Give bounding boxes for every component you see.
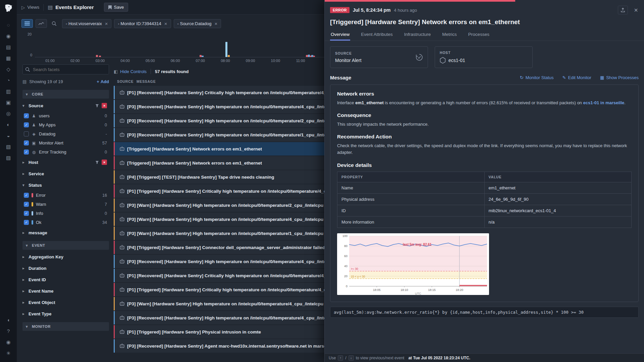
infrastructure-icon[interactable]: ◇	[3, 64, 14, 75]
facet-group-host[interactable]: ▸ Host ×	[22, 157, 109, 168]
facet-group-aggregation-key[interactable]: ▸Aggregation Key	[22, 251, 109, 262]
facet-group-service[interactable]: ▸ Service	[22, 168, 109, 179]
metrics-icon[interactable]: ▦	[3, 53, 14, 64]
facets-showing: Showing 19 of 19	[29, 79, 63, 84]
host-card[interactable]: HOST ecs1-01	[435, 46, 533, 68]
checkbox[interactable]: ✓	[24, 140, 29, 145]
checkbox[interactable]: ✓	[24, 220, 29, 225]
facet-item[interactable]: ✓Error16	[22, 191, 109, 200]
datadog-logo[interactable]	[3, 3, 14, 14]
settings-icon[interactable]: ✳	[3, 348, 14, 359]
facet-group-event-type[interactable]: ▸Event Type	[22, 308, 109, 319]
help-icon[interactable]: ?	[3, 325, 14, 337]
close-icon[interactable]: ×	[634, 7, 638, 13]
remove-filter-icon[interactable]: ×	[105, 21, 108, 26]
facet-group-message[interactable]: ▸ message	[22, 227, 109, 238]
facet-group-event-id[interactable]: ▸Event ID	[22, 274, 109, 285]
hardware-sentry-icon	[117, 174, 127, 180]
facet-item[interactable]: ✓▣Monitor Alert57	[22, 138, 109, 147]
monitor-status-button[interactable]: ↻Monitor Status	[520, 75, 554, 80]
monitor-metric-chart[interactable]: 020406080100>= 3015 < y < 3018:0518:1018…	[337, 233, 489, 295]
facet-item-count: 0	[105, 123, 109, 127]
events-icon[interactable]: ▤	[3, 42, 14, 53]
facet-item[interactable]: ◈Datadog-	[22, 129, 109, 138]
facet-group-event-name[interactable]: ▸Event Name	[22, 285, 109, 297]
checkbox[interactable]	[24, 131, 29, 136]
tab-overview[interactable]: Overview	[330, 29, 350, 41]
filter-pill[interactable]: - Monitor ID:73944314×	[114, 19, 171, 28]
facet-item[interactable]: ✓◍Error Tracking0	[22, 147, 109, 157]
section-event[interactable]: ▾ EVENT	[22, 241, 109, 250]
remove-filter-icon[interactable]: ×	[164, 21, 167, 26]
arrow-down-key[interactable]: ↓	[348, 355, 354, 361]
tab-metrics[interactable]: Metrics	[441, 29, 458, 41]
show-processes-button[interactable]: ▦Show Processes	[600, 75, 639, 80]
facet-item[interactable]: ✓Warn7	[22, 200, 109, 209]
facet-group-event-object[interactable]: ▸Event Object	[22, 297, 109, 308]
event-message: [Triggered] [Hardware Sentry] Network er…	[127, 161, 262, 166]
list-view-toggle[interactable]	[21, 19, 33, 28]
add-facet-button[interactable]: +Add	[97, 79, 109, 84]
search-icon	[25, 67, 30, 72]
clear-filter-icon[interactable]: ×	[102, 103, 107, 108]
filter-pill[interactable]: - Source:Datadog×	[174, 19, 221, 28]
filter-pill[interactable]: - Host:vioserveraix×	[62, 19, 111, 28]
tab-event-attributes[interactable]: Event Attributes	[360, 29, 393, 41]
status-facet-list: ✓Error16✓Warn7✓Info0✓Ok34	[22, 191, 109, 227]
source-facet-list: ✓♟users0✓♟My Apps0◈Datadog-✓▣Monitor Ale…	[22, 111, 109, 157]
facet-group-source[interactable]: ▾ Source ×	[22, 100, 109, 111]
logs-icon[interactable]: ▥	[3, 86, 14, 97]
synthetics-icon[interactable]: ◎	[3, 108, 14, 119]
checkbox[interactable]: ✓	[24, 202, 29, 207]
monitor-query[interactable]: avg(last_5m):avg:hw.network.error_ratio{…	[330, 307, 639, 318]
device-detail-row: More informationn/a	[337, 216, 632, 228]
remove-filter-icon[interactable]: ×	[214, 21, 217, 26]
checkbox[interactable]: ✓	[24, 113, 29, 118]
tab-processes[interactable]: Processes	[468, 29, 490, 41]
value-cell: n/a	[484, 216, 632, 228]
checkbox[interactable]: ✓	[24, 193, 29, 198]
account-icon[interactable]: ◉	[3, 337, 14, 348]
save-button[interactable]: Save	[104, 3, 128, 12]
search-icon[interactable]: ◌	[3, 19, 14, 31]
export-button[interactable]	[618, 6, 628, 14]
ci-icon[interactable]: ◒	[3, 130, 14, 141]
datadog-paw-icon: ◈	[32, 132, 36, 136]
facet-item[interactable]: ✓Info0	[22, 209, 109, 218]
clear-filter-icon[interactable]: ×	[102, 160, 107, 165]
event-message: [P4] [Triggered] [Hardware Sentry] Conne…	[127, 245, 325, 250]
security-icon[interactable]: ▣	[3, 97, 14, 108]
analytics-view-toggle[interactable]	[36, 19, 47, 28]
edit-monitor-button[interactable]: ✎Edit Monitor	[562, 75, 591, 80]
facet-item[interactable]: ✓♟users0	[22, 111, 109, 120]
checkbox[interactable]: ✓	[24, 211, 29, 216]
filter-icon[interactable]	[94, 160, 100, 165]
facet-search-input[interactable]	[22, 64, 109, 74]
section-core[interactable]: ▾ CORE	[22, 90, 109, 99]
timeline-bar[interactable]	[225, 42, 227, 57]
database-icon[interactable]: ▧	[3, 141, 14, 152]
tab-infrastructure[interactable]: Infrastructure	[404, 29, 432, 41]
facet-group-duration[interactable]: ▸Duration	[22, 262, 109, 274]
save-icon	[108, 5, 112, 9]
checkbox[interactable]: ✓	[24, 149, 29, 155]
chat-icon[interactable]: ◖	[3, 314, 14, 325]
hide-controls-button[interactable]: ◧ Hide Controls	[114, 69, 147, 74]
views-button[interactable]: ▷ Views	[21, 5, 39, 10]
filter-icon[interactable]	[94, 103, 100, 108]
rum-icon[interactable]: ◐	[3, 119, 14, 130]
facet-item[interactable]: ✓Ok34	[22, 218, 109, 227]
host-link[interactable]: ecs1-01 in marseille	[583, 100, 624, 105]
apm-icon[interactable]: ◔	[3, 75, 14, 86]
watchdog-icon[interactable]: ◉	[3, 31, 14, 42]
facet-group-status[interactable]: ▾ Status	[22, 179, 109, 191]
filter-pill-label: - Source:Datadog	[177, 21, 212, 26]
checkbox[interactable]: ✓	[24, 122, 29, 127]
notebooks-icon[interactable]: ▨	[3, 152, 14, 163]
event-message: [P3] [Warn] [Hardware Sentry] High tempe…	[127, 203, 323, 208]
search-icon[interactable]	[52, 21, 57, 26]
svg-text:100: 100	[342, 234, 347, 238]
section-monitor[interactable]: ▾ MONITOR	[22, 322, 109, 331]
facet-item[interactable]: ✓♟My Apps0	[22, 120, 109, 129]
arrow-up-key[interactable]: ↑	[338, 355, 343, 361]
